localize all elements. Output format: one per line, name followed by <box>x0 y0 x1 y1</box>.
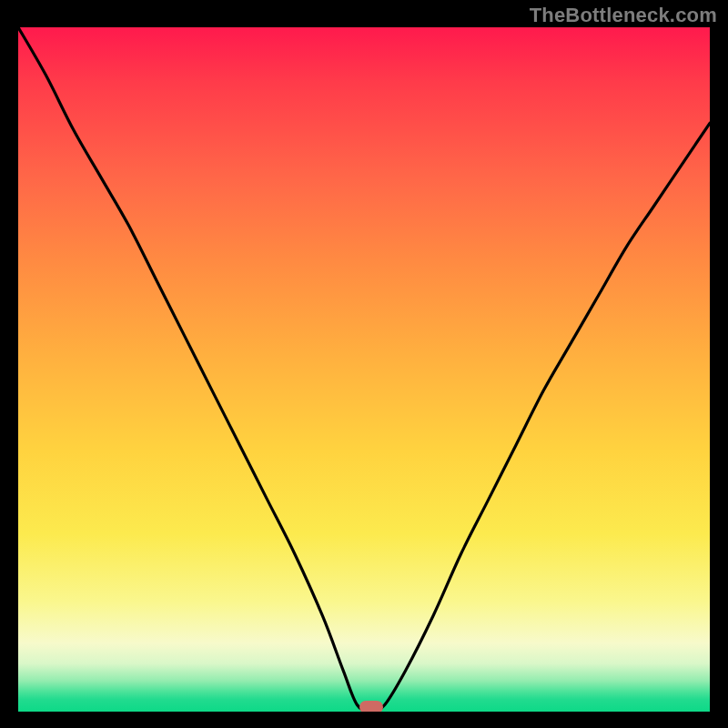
chart-frame: TheBottleneck.com <box>0 0 728 728</box>
watermark-text: TheBottleneck.com <box>530 4 717 27</box>
bottleneck-curve <box>18 27 710 712</box>
optimum-marker <box>359 701 383 712</box>
plot-area <box>18 27 710 712</box>
curve-path <box>18 27 710 712</box>
